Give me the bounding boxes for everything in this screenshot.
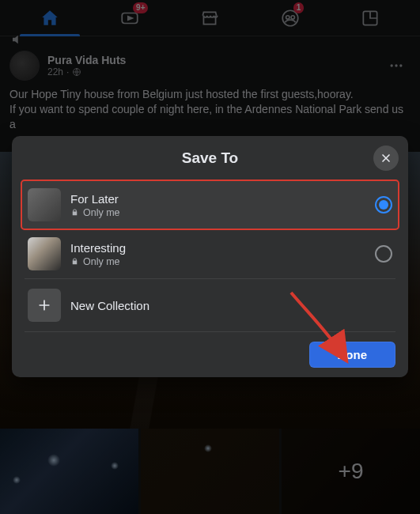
lock-icon bbox=[70, 208, 79, 217]
collection-interesting[interactable]: Interesting Only me bbox=[21, 229, 399, 278]
collection-name: Interesting bbox=[70, 241, 365, 255]
save-to-modal: Save To For Later Only me Interesting bbox=[12, 136, 408, 377]
collection-for-later[interactable]: For Later Only me bbox=[21, 180, 399, 229]
new-collection-button[interactable]: New Collection bbox=[21, 279, 399, 331]
close-icon bbox=[380, 152, 392, 164]
modal-title: Save To bbox=[182, 149, 238, 167]
collection-name: For Later bbox=[70, 192, 365, 206]
collection-thumb bbox=[28, 188, 61, 221]
plus-icon bbox=[36, 297, 52, 313]
done-button[interactable]: Done bbox=[309, 342, 396, 368]
lock-icon bbox=[70, 257, 79, 266]
collection-thumb bbox=[28, 237, 61, 270]
radio-selected[interactable] bbox=[375, 196, 392, 214]
collection-privacy: Only me bbox=[70, 207, 365, 218]
close-button[interactable] bbox=[373, 146, 399, 171]
radio-unselected[interactable] bbox=[375, 245, 392, 263]
new-collection-label: New Collection bbox=[70, 299, 149, 312]
collection-privacy: Only me bbox=[70, 256, 365, 267]
